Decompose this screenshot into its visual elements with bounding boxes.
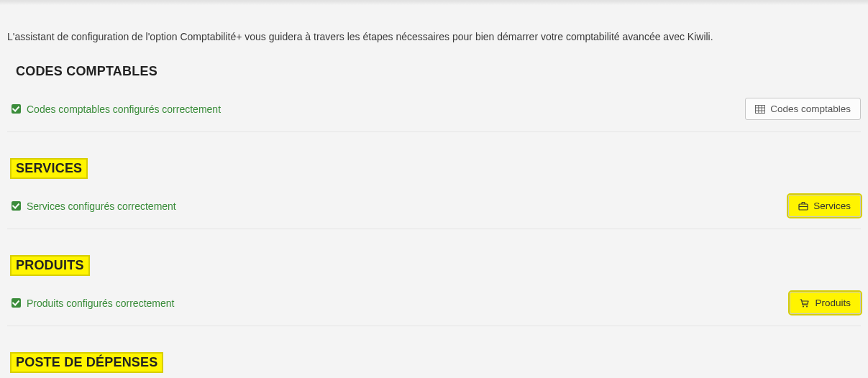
section-depenses: POSTE DE DÉPENSES Postes de dépense conf…	[7, 354, 861, 378]
button-label: Produits	[815, 298, 851, 308]
check-icon	[12, 298, 21, 308]
section-title-depenses: POSTE DE DÉPENSES	[12, 354, 162, 372]
briefcase-icon	[798, 202, 808, 211]
check-icon	[12, 201, 21, 211]
svg-point-7	[803, 305, 804, 307]
section-row: Services configurés correctement Service…	[12, 195, 861, 224]
status-text: Services configurés correctement	[27, 200, 176, 212]
produits-button[interactable]: Produits	[790, 292, 861, 314]
check-icon	[12, 104, 21, 114]
section-title-codes: CODES COMPTABLES	[12, 63, 162, 80]
section-title-services: SERVICES	[12, 160, 86, 178]
codes-comptables-button[interactable]: Codes comptables	[745, 98, 861, 120]
section-codes-comptables: CODES COMPTABLES Codes comptables config…	[7, 63, 861, 132]
services-button[interactable]: Services	[788, 195, 861, 217]
cart-icon	[800, 299, 810, 308]
section-title-produits: PRODUITS	[12, 257, 88, 275]
intro-text: L'assistant de configuration de l'option…	[7, 6, 861, 63]
config-wizard-page: L'assistant de configuration de l'option…	[0, 0, 868, 378]
section-produits: PRODUITS Produits configurés correctemen…	[7, 257, 861, 326]
section-row: Codes comptables configurés correctement…	[12, 98, 861, 127]
button-label: Codes comptables	[770, 103, 851, 114]
top-shadow	[0, 1, 868, 5]
section-row: Produits configurés correctement Produit…	[12, 292, 861, 321]
grid-icon	[755, 105, 765, 114]
status-text: Codes comptables configurés correctement	[27, 103, 221, 115]
status-text: Produits configurés correctement	[27, 298, 174, 309]
button-label: Services	[813, 200, 851, 211]
section-services: SERVICES Services configurés correctemen…	[7, 160, 861, 229]
svg-rect-0	[756, 105, 765, 113]
status-codes: Codes comptables configurés correctement	[12, 103, 221, 115]
status-services: Services configurés correctement	[12, 200, 176, 212]
status-produits: Produits configurés correctement	[12, 298, 174, 309]
svg-point-8	[806, 305, 808, 307]
